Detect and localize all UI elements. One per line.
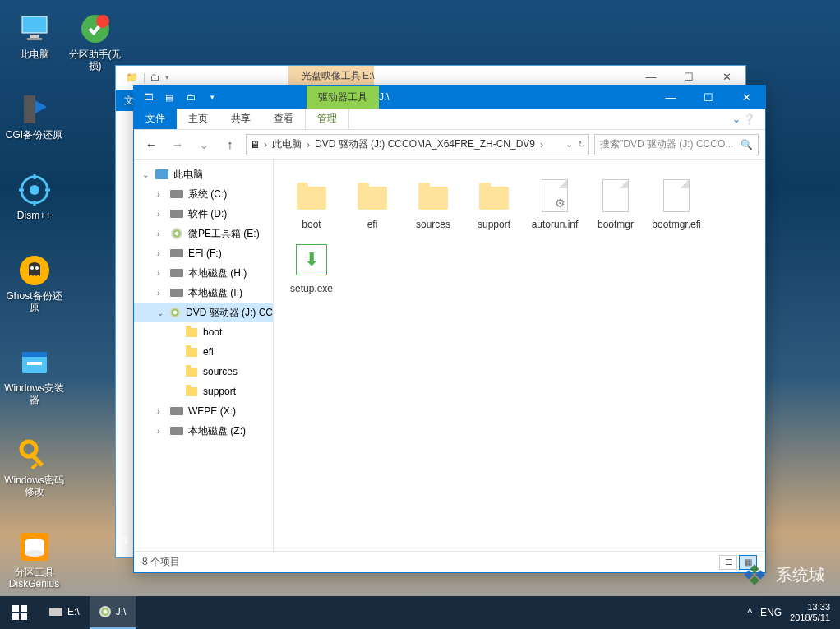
tab-manage[interactable]: 管理: [305, 109, 349, 129]
file-item[interactable]: efi: [343, 173, 402, 234]
context-tab-label: 驱动器工具: [307, 86, 379, 109]
tree-item[interactable]: ⌄DVD 驱动器 (J:) CC: [134, 303, 273, 322]
start-button[interactable]: [0, 596, 39, 629]
nav-recent-button[interactable]: ⌄: [193, 134, 215, 155]
file-tab[interactable]: 文件: [134, 109, 177, 129]
desktop-icon-dism[interactable]: Dism++: [3, 173, 65, 221]
ribbon-help-icon[interactable]: ⌄ ❔: [722, 109, 765, 129]
window-title: J:\: [379, 91, 390, 103]
svg-rect-0: [22, 16, 47, 33]
dvd-icon: [170, 227, 183, 240]
desktop-icon-wininst[interactable]: Windows安装器: [3, 345, 65, 406]
tree-item-label: EFI (F:): [188, 247, 222, 259]
refresh-button[interactable]: ↻: [578, 139, 585, 150]
crumb-sep[interactable]: ›: [262, 139, 269, 150]
tree-item[interactable]: ›微PE工具箱 (E:): [134, 224, 273, 243]
expand-icon[interactable]: ›: [157, 249, 165, 258]
expand-icon[interactable]: ›: [157, 190, 165, 199]
tree-item[interactable]: support: [134, 382, 273, 401]
system-tray[interactable]: ^ ENG 13:33 2018/5/11: [747, 602, 840, 623]
tree-item[interactable]: sources: [134, 362, 273, 382]
tree-item[interactable]: ›WEPE (X:): [134, 401, 273, 421]
qat-properties-icon[interactable]: ▤: [160, 88, 178, 106]
back-window-title: E:\: [362, 70, 375, 81]
tree-item[interactable]: ›软件 (D:): [134, 204, 273, 224]
crumb-thispc[interactable]: 此电脑: [269, 137, 305, 151]
desktop-icon-cgi[interactable]: CGI备份还原: [3, 92, 65, 141]
titlebar[interactable]: 🗔 ▤ 🗀 ▾ 驱动器工具 J:\ — ☐ ✕: [134, 86, 765, 109]
tree-item[interactable]: ›EFI (F:): [134, 243, 273, 263]
svg-rect-25: [750, 564, 759, 573]
tree-item[interactable]: ›本地磁盘 (H:): [134, 263, 273, 283]
breadcrumb-dropdown-icon[interactable]: ⌄: [565, 139, 573, 150]
desktop-icon-dg[interactable]: 分区工具DiskGenius: [3, 530, 65, 590]
svg-rect-20: [30, 463, 37, 469]
inf-file-icon: [542, 179, 568, 212]
file-item[interactable]: bootmgr.efi: [647, 173, 706, 234]
tab-view[interactable]: 查看: [262, 109, 305, 129]
nav-back-button[interactable]: ←: [141, 134, 162, 155]
expand-icon[interactable]: ›: [157, 269, 165, 278]
svg-rect-1: [30, 35, 39, 38]
file-item[interactable]: sources: [404, 173, 463, 234]
expand-icon[interactable]: ›: [157, 229, 165, 238]
expand-icon[interactable]: ›: [157, 289, 165, 298]
tree-item[interactable]: ›本地磁盘 (Z:): [134, 421, 273, 441]
folder-icon: [185, 365, 198, 378]
expand-icon[interactable]: ›: [157, 427, 165, 436]
file-item[interactable]: support: [464, 173, 524, 234]
tree-item[interactable]: ›本地磁盘 (I:): [134, 283, 273, 303]
taskbar[interactable]: E:\J:\ ^ ENG 13:33 2018/5/11: [0, 596, 840, 629]
search-input[interactable]: 搜索"DVD 驱动器 (J:) CCCO... 🔍: [594, 134, 759, 155]
expand-icon[interactable]: ⌄: [142, 170, 150, 179]
file-item[interactable]: boot: [282, 173, 341, 234]
file-item[interactable]: ⬇setup.exe: [282, 237, 341, 298]
app-icon: 🗔: [139, 88, 157, 106]
search-icon[interactable]: 🔍: [741, 139, 753, 150]
qat-folder-icon: 🗀: [150, 72, 160, 83]
tree-item[interactable]: ⌄此电脑: [134, 164, 273, 184]
svg-rect-28: [750, 576, 759, 585]
nav-up-button[interactable]: ↑: [219, 134, 241, 155]
desktop-icon-key[interactable]: Windows密码修改: [3, 437, 65, 498]
navigation-pane[interactable]: ⌄此电脑›系统 (C:)›软件 (D:)›微PE工具箱 (E:)›EFI (F:…: [134, 160, 274, 551]
minimize-button[interactable]: —: [652, 86, 690, 109]
qat-dropdown-icon[interactable]: ▾: [203, 88, 221, 106]
tree-item[interactable]: efi: [134, 342, 273, 362]
tree-item-label: DVD 驱动器 (J:) CC: [186, 306, 273, 320]
breadcrumb[interactable]: 🖥 › 此电脑 › DVD 驱动器 (J:) CCCOMA_X64FRE_ZH-…: [246, 134, 589, 155]
folder-icon: [358, 187, 387, 210]
tree-item[interactable]: ›系统 (C:): [134, 184, 273, 204]
crumb-sep[interactable]: ›: [305, 139, 312, 150]
svg-rect-32: [21, 613, 27, 620]
taskbar-item[interactable]: J:\: [90, 596, 136, 629]
clock[interactable]: 13:33 2018/5/11: [790, 602, 830, 623]
svg-point-18: [21, 442, 36, 456]
drive-icon: [170, 207, 183, 220]
qat-dropdown-icon[interactable]: ▾: [165, 73, 169, 81]
expand-icon[interactable]: ›: [157, 210, 165, 219]
maximize-button[interactable]: ☐: [690, 86, 727, 109]
tab-home[interactable]: 主页: [177, 109, 219, 129]
file-list[interactable]: bootefisourcessupportautorun.infbootmgrb…: [274, 160, 765, 551]
tray-overflow-icon[interactable]: ^: [747, 607, 752, 618]
crumb-sep[interactable]: ›: [538, 139, 545, 150]
desktop-icon-pc[interactable]: 此电脑: [3, 12, 65, 60]
expand-icon[interactable]: ⌄: [157, 308, 164, 317]
crumb-drive[interactable]: DVD 驱动器 (J:) CCCOMA_X64FRE_ZH-CN_DV9: [312, 137, 538, 151]
qat-divider: |: [143, 72, 145, 83]
file-item[interactable]: bootmgr: [586, 173, 645, 234]
clock-date: 2018/5/11: [790, 613, 830, 623]
close-button[interactable]: ✕: [727, 86, 765, 109]
file-item[interactable]: autorun.inf: [525, 173, 584, 234]
tab-share[interactable]: 共享: [219, 109, 262, 129]
tree-item[interactable]: boot: [134, 322, 273, 342]
qat-newfolder-icon[interactable]: 🗀: [182, 88, 200, 106]
view-details-button[interactable]: ☰: [719, 555, 737, 570]
taskbar-item[interactable]: E:\: [39, 596, 90, 629]
desktop-icon-ghost[interactable]: Ghost备份还原: [3, 253, 65, 314]
expand-icon[interactable]: ›: [157, 407, 165, 416]
nav-forward-button[interactable]: →: [167, 134, 188, 155]
ime-indicator[interactable]: ENG: [760, 607, 782, 618]
desktop-icon-partassist[interactable]: 分区助手(无损): [64, 12, 126, 72]
